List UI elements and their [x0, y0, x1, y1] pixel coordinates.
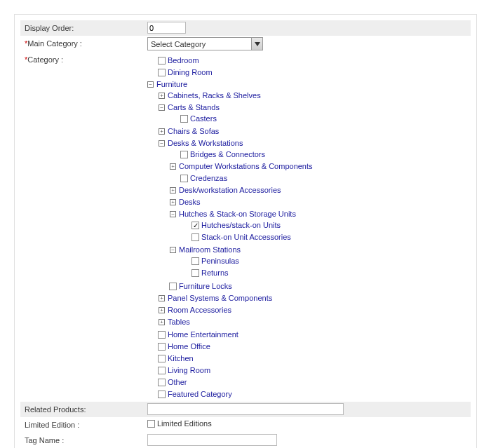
tree-node[interactable]: −Furniture: [147, 79, 466, 90]
tree-node[interactable]: +Desks: [170, 197, 466, 208]
label-tag-name: Tag Name :: [25, 434, 147, 444]
collapse-icon[interactable]: −: [170, 247, 176, 253]
tree-checkbox[interactable]: [180, 151, 188, 158]
related-products-input[interactable]: [147, 403, 344, 415]
tree-node[interactable]: Kitchen: [147, 353, 466, 364]
tree-node-label: Desks: [179, 197, 201, 208]
tree-node-label: Featured Category: [168, 389, 232, 400]
tree-node-label: Chairs & Sofas: [168, 126, 219, 137]
expand-icon[interactable]: +: [159, 307, 165, 313]
row-tag-name: Tag Name :: [20, 433, 471, 448]
limited-edition-option[interactable]: Limited Editions: [147, 419, 466, 429]
tree-node-label: Home Entertainment: [168, 330, 238, 340]
tree-checkbox[interactable]: [158, 379, 166, 386]
tree-node-label: Stack-on Unit Accessories: [201, 232, 291, 243]
label-category: *Category :: [25, 53, 147, 64]
tree-node[interactable]: Furniture Locks: [159, 281, 466, 292]
label-limited-edition: Limited Edition :: [25, 419, 147, 429]
tree-checkbox[interactable]: [158, 57, 166, 65]
tree-node[interactable]: Peninsulas: [181, 256, 466, 266]
tree-checkbox[interactable]: [158, 391, 166, 398]
collapse-icon[interactable]: −: [170, 211, 176, 217]
tree-checkbox[interactable]: [191, 222, 199, 229]
tree-node[interactable]: +Tables: [159, 317, 466, 327]
main-category-select[interactable]: Select Category: [147, 37, 263, 50]
tree-node[interactable]: +Panel Systems & Components: [159, 293, 466, 304]
tree-node[interactable]: Bedroom: [147, 55, 466, 66]
row-display-order: Display Order:: [20, 20, 471, 36]
tree-checkbox[interactable]: [169, 283, 177, 290]
row-related-products: Related Products:: [20, 402, 471, 417]
tree-node-label: Returns: [201, 268, 229, 278]
tree-node[interactable]: +Computer Workstations & Components: [170, 161, 466, 172]
label-related-products: Related Products:: [25, 403, 147, 414]
limited-edition-checkbox[interactable]: [147, 420, 155, 428]
tree-node[interactable]: Bridges & Connectors: [170, 149, 466, 160]
tree-node-label: Hutches/stack-on Units: [201, 220, 281, 231]
tree-node-label: Casters: [190, 114, 217, 124]
tree-node-label: Panel Systems & Components: [168, 293, 272, 304]
row-category: *Category : BedroomDining Room−Furniture…: [20, 52, 471, 402]
tree-node[interactable]: +Chairs & Sofas: [159, 126, 466, 137]
tree-node-label: Cabinets, Racks & Shelves: [168, 90, 261, 101]
expand-icon[interactable]: +: [170, 187, 176, 194]
tree-node-label: Desk/workstation Accessories: [179, 185, 281, 196]
tree-checkbox[interactable]: [191, 257, 199, 265]
expand-icon[interactable]: +: [170, 199, 176, 205]
tree-node-label: Tables: [168, 317, 190, 327]
collapse-icon[interactable]: −: [147, 81, 154, 88]
tree-node[interactable]: Dining Room: [147, 67, 466, 78]
collapse-icon[interactable]: −: [159, 104, 165, 111]
tree-node[interactable]: Featured Category: [147, 389, 466, 400]
tree-node-label: Furniture Locks: [179, 281, 232, 292]
display-order-input[interactable]: [147, 22, 186, 34]
category-tree: BedroomDining Room−Furniture+Cabinets, R…: [147, 55, 466, 400]
tag-name-input[interactable]: [147, 434, 277, 446]
tree-node[interactable]: +Room Accessories: [159, 305, 466, 315]
tree-checkbox[interactable]: [180, 175, 188, 182]
tree-checkbox[interactable]: [191, 269, 199, 277]
tree-node[interactable]: Home Office: [147, 341, 466, 352]
tree-node[interactable]: Credenzas: [170, 173, 466, 184]
expand-icon[interactable]: +: [159, 295, 165, 301]
row-main-category: *Main Category : Select Category: [20, 36, 471, 52]
expand-icon[interactable]: +: [159, 93, 165, 99]
main-category-selected: Select Category: [148, 40, 251, 48]
collapse-icon[interactable]: −: [159, 140, 165, 147]
expand-icon[interactable]: +: [159, 128, 165, 135]
tree-node[interactable]: −Desks & Workstations: [159, 138, 466, 149]
tree-node[interactable]: Returns: [181, 268, 466, 278]
tree-node-label: Desks & Workstations: [168, 138, 243, 149]
tree-node[interactable]: +Cabinets, Racks & Shelves: [159, 90, 466, 101]
tree-node[interactable]: Stack-on Unit Accessories: [181, 232, 466, 243]
tree-node[interactable]: Home Entertainment: [147, 330, 466, 340]
tree-checkbox[interactable]: [158, 367, 166, 374]
tree-node-label: Mailroom Stations: [179, 245, 241, 255]
label-display-order: Display Order:: [25, 22, 147, 32]
expand-icon[interactable]: +: [159, 319, 165, 325]
tree-node-label: Carts & Stands: [168, 102, 220, 113]
tree-node[interactable]: Casters: [170, 114, 466, 124]
tree-node[interactable]: Other: [147, 377, 466, 388]
tree-node-label: Hutches & Stack-on Storage Units: [179, 209, 296, 219]
tree-checkbox[interactable]: [158, 355, 166, 362]
tree-node[interactable]: −Carts & Stands: [159, 102, 466, 113]
tree-checkbox[interactable]: [191, 233, 199, 241]
tree-checkbox[interactable]: [158, 331, 166, 339]
expand-icon[interactable]: +: [170, 163, 176, 170]
tree-node-label: Bedroom: [168, 55, 199, 66]
tree-node[interactable]: Hutches/stack-on Units: [181, 220, 466, 231]
tree-node-label: Bridges & Connectors: [190, 149, 265, 160]
tree-checkbox[interactable]: [158, 69, 166, 76]
chevron-down-icon: [251, 38, 262, 50]
tree-node[interactable]: +Desk/workstation Accessories: [170, 185, 466, 196]
row-limited-edition: Limited Edition : Limited Editions: [20, 417, 471, 433]
tree-node-label: Living Room: [168, 365, 210, 376]
tree-node-label: Room Accessories: [168, 305, 231, 315]
tree-checkbox[interactable]: [158, 343, 166, 351]
tree-node[interactable]: −Hutches & Stack-on Storage Units: [170, 209, 466, 219]
tree-checkbox[interactable]: [180, 115, 188, 123]
tree-node[interactable]: Living Room: [147, 365, 466, 376]
form-panel: Display Order: *Main Category : Select C…: [14, 14, 477, 448]
tree-node[interactable]: −Mailroom Stations: [170, 245, 466, 255]
